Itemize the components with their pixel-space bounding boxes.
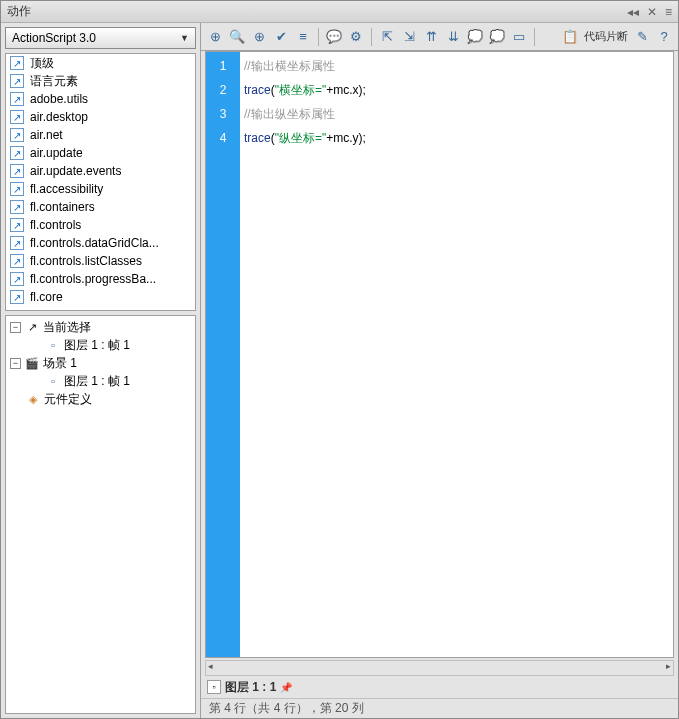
package-label: 顶级 (30, 55, 54, 72)
editor-toolbar: ⊕ 🔍 ⊕ ✔ ≡ 💬 ⚙ ⇱ ⇲ ⇈ ⇊ 💭 💭 ▭ 📋 代码片断 (201, 23, 678, 51)
tab-bar: ▫ 图层 1 : 1 📌 (201, 676, 678, 698)
tree-symbol-def[interactable]: ◈ 元件定义 (6, 390, 195, 408)
package-icon: ↗ (10, 290, 24, 304)
collapse-icon[interactable]: ⇱ (377, 27, 397, 47)
find-icon[interactable]: 🔍 (227, 27, 247, 47)
format-icon[interactable]: ≡ (293, 27, 313, 47)
package-icon: ↗ (10, 200, 24, 214)
arrow-icon: ↗ (25, 320, 39, 334)
comment-icon[interactable]: 💭 (465, 27, 485, 47)
layer-icon: ▫ (46, 374, 60, 388)
package-icon: ↗ (10, 92, 24, 106)
code-comment: //输出纵坐标属性 (244, 107, 335, 121)
code-content[interactable]: //输出横坐标属性 trace("横坐标="+mc.x); //输出纵坐标属性 … (240, 52, 673, 657)
package-item[interactable]: ↗air.desktop (6, 108, 195, 126)
pin-icon[interactable]: 📌 (280, 682, 292, 693)
package-icon: ↗ (10, 128, 24, 142)
package-icon: ↗ (10, 272, 24, 286)
separator (371, 28, 372, 46)
tree-label: 图层 1 : 帧 1 (64, 373, 130, 390)
package-item[interactable]: ↗fl.controls.listClasses (6, 252, 195, 270)
code-comment: //输出横坐标属性 (244, 59, 335, 73)
tree-scene[interactable]: − 🎬 场景 1 (6, 354, 195, 372)
help-icon[interactable]: ? (654, 27, 674, 47)
symbol-icon: ◈ (26, 392, 40, 406)
check-icon[interactable]: ✔ (271, 27, 291, 47)
actions-panel: 动作 ◂◂ ✕ ≡ ActionScript 3.0 ▼ ↗顶级↗语言元素↗ad… (0, 0, 679, 719)
chevron-down-icon: ▼ (180, 33, 189, 43)
package-item[interactable]: ↗fl.accessibility (6, 180, 195, 198)
package-item[interactable]: ↗air.net (6, 126, 195, 144)
package-item[interactable]: ↗air.update (6, 144, 195, 162)
tree-label: 元件定义 (44, 391, 92, 408)
block-icon[interactable]: ▭ (509, 27, 529, 47)
status-text: 第 4 行（共 4 行），第 20 列 (209, 700, 364, 717)
package-label: air.update (30, 146, 83, 160)
code-string: "纵坐标=" (275, 131, 327, 145)
package-item[interactable]: ↗fl.controls.progressBa... (6, 270, 195, 288)
snippet-icon[interactable]: 📋 (560, 27, 580, 47)
code-editor[interactable]: 1234 //输出横坐标属性 trace("横坐标="+mc.x); //输出纵… (205, 51, 674, 658)
separator (318, 28, 319, 46)
minus-icon[interactable]: − (10, 322, 21, 333)
package-item[interactable]: ↗air.update.events (6, 162, 195, 180)
scene-icon: 🎬 (25, 356, 39, 370)
snippet-label[interactable]: 代码片断 (582, 29, 630, 44)
package-label: fl.containers (30, 200, 95, 214)
separator (534, 28, 535, 46)
package-item[interactable]: ↗fl.containers (6, 198, 195, 216)
add-icon[interactable]: ⊕ (205, 27, 225, 47)
code-string: "横坐标=" (275, 83, 327, 97)
panel-header: 动作 ◂◂ ✕ ≡ (1, 1, 678, 23)
close-icon[interactable]: ✕ (647, 5, 657, 19)
package-list[interactable]: ↗顶级↗语言元素↗adobe.utils↗air.desktop↗air.net… (5, 53, 196, 311)
line-number: 3 (206, 102, 240, 126)
debug-icon[interactable]: ⚙ (346, 27, 366, 47)
package-item[interactable]: ↗fl.controls.dataGridCla... (6, 234, 195, 252)
package-label: fl.controls.progressBa... (30, 272, 156, 286)
package-item[interactable]: ↗顶级 (6, 54, 195, 72)
package-label: air.update.events (30, 164, 121, 178)
package-item[interactable]: ↗adobe.utils (6, 90, 195, 108)
wand-icon[interactable]: ✎ (632, 27, 652, 47)
package-icon: ↗ (10, 218, 24, 232)
uncomment-icon[interactable]: 💭 (487, 27, 507, 47)
package-label: air.desktop (30, 110, 88, 124)
tree-label: 场景 1 (43, 355, 77, 372)
menu-icon[interactable]: ≡ (665, 5, 672, 19)
tree-layer-item[interactable]: ▫ 图层 1 : 帧 1 (6, 336, 195, 354)
panel-title: 动作 (7, 3, 31, 20)
expand-all-icon[interactable]: ⇊ (443, 27, 463, 47)
tree-layer-item[interactable]: ▫ 图层 1 : 帧 1 (6, 372, 195, 390)
minus-icon[interactable]: − (10, 358, 21, 369)
horizontal-scrollbar[interactable] (205, 660, 674, 676)
package-icon: ↗ (10, 146, 24, 160)
package-item[interactable]: ↗fl.core (6, 288, 195, 306)
code-fn: trace (244, 131, 271, 145)
scene-tree[interactable]: − ↗ 当前选择 ▫ 图层 1 : 帧 1 − 🎬 场景 1 ▫ 图层 1 : … (5, 315, 196, 714)
layer-icon: ▫ (46, 338, 60, 352)
target-icon[interactable]: ⊕ (249, 27, 269, 47)
package-label: 语言元素 (30, 73, 78, 90)
language-dropdown[interactable]: ActionScript 3.0 ▼ (5, 27, 196, 49)
tab-label[interactable]: 图层 1 : 1 (225, 679, 276, 696)
document-icon[interactable]: ▫ (207, 680, 221, 694)
package-item[interactable]: ↗fl.controls (6, 216, 195, 234)
tree-label: 图层 1 : 帧 1 (64, 337, 130, 354)
package-icon: ↗ (10, 74, 24, 88)
dropdown-label: ActionScript 3.0 (12, 31, 96, 45)
collapse-all-icon[interactable]: ⇈ (421, 27, 441, 47)
code-fn: trace (244, 83, 271, 97)
package-icon: ↗ (10, 254, 24, 268)
tree-current-selection[interactable]: − ↗ 当前选择 (6, 318, 195, 336)
line-gutter: 1234 (206, 52, 240, 657)
package-label: fl.controls.listClasses (30, 254, 142, 268)
expand-icon[interactable]: ⇲ (399, 27, 419, 47)
package-item[interactable]: ↗语言元素 (6, 72, 195, 90)
status-bar: 第 4 行（共 4 行），第 20 列 (201, 698, 678, 718)
package-icon: ↗ (10, 164, 24, 178)
collapse-icon[interactable]: ◂◂ (627, 5, 639, 19)
package-label: adobe.utils (30, 92, 88, 106)
package-label: fl.accessibility (30, 182, 103, 196)
hint-icon[interactable]: 💬 (324, 27, 344, 47)
